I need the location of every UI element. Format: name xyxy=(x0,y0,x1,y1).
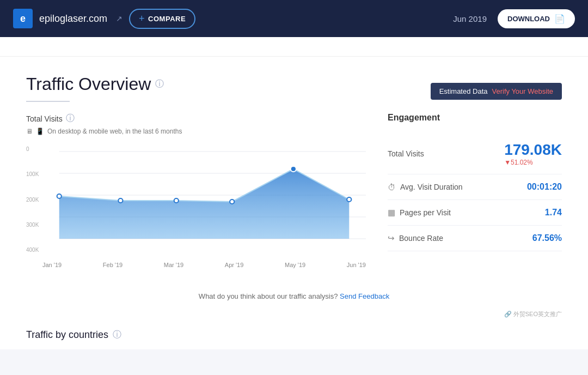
bounce-icon: ↪ xyxy=(388,233,395,243)
bounce-rate-row: ↪ Bounce Rate 67.56% xyxy=(388,226,562,251)
total-visits-values: 179.08K ▼51.02% xyxy=(504,141,562,166)
pages-icon: ▦ xyxy=(388,208,395,217)
chart-x-labels: Jan '19 Feb '19 Mar '19 Apr '19 May '19 … xyxy=(26,262,366,268)
feedback-text: What do you think about our traffic anal… xyxy=(199,292,338,300)
header: e epiloglaser.com ↗ + COMPARE Jun 2019 D… xyxy=(0,0,588,37)
x-label-jan: Jan '19 xyxy=(42,262,62,268)
x-label-may: May '19 xyxy=(285,262,305,268)
traffic-countries-section: Traffic by countries ⓘ xyxy=(0,320,588,349)
svg-point-11 xyxy=(347,197,351,202)
page-title: Traffic Overview ⓘ xyxy=(26,74,164,94)
main-content: Traffic Overview ⓘ Estimated Data Verify… xyxy=(0,57,588,281)
svg-point-10 xyxy=(291,166,296,172)
download-button[interactable]: DOWNLOAD 📄 xyxy=(498,9,575,28)
pages-per-visit-value: 1.74 xyxy=(545,208,562,217)
bounce-rate-label: ↪ Bounce Rate xyxy=(388,233,443,243)
total-visits-value: 179.08K xyxy=(504,141,562,159)
header-right: Jun 2019 DOWNLOAD 📄 xyxy=(453,9,575,28)
total-visits-info-icon[interactable]: ⓘ xyxy=(66,113,75,124)
svg-point-7 xyxy=(118,198,122,203)
desktop-icon: 🖥 xyxy=(26,128,33,135)
compare-button[interactable]: + COMPARE xyxy=(129,9,195,29)
x-label-jun: Jun '19 xyxy=(347,262,366,268)
traffic-overview-info-icon[interactable]: ⓘ xyxy=(155,78,164,90)
total-visits-label: Total Visits ⓘ xyxy=(26,113,366,124)
verify-website-link[interactable]: Verify Your Website xyxy=(492,87,554,95)
y-axis-labels: 400K 300K 200K 100K 0 xyxy=(26,146,39,255)
mobile-icon: 📱 xyxy=(36,128,44,135)
svg-marker-5 xyxy=(59,169,350,239)
title-divider xyxy=(26,101,70,102)
engagement-section: Engagement Total Visits 179.08K ▼51.02% … xyxy=(388,113,562,268)
estimated-label: Estimated Data xyxy=(439,87,488,95)
estimated-data-banner: Estimated Data Verify Your Website xyxy=(431,83,562,100)
avg-visit-duration-value: 00:01:20 xyxy=(527,182,562,192)
traffic-overview-heading: Traffic Overview ⓘ xyxy=(26,74,164,113)
traffic-countries-info-icon[interactable]: ⓘ xyxy=(113,329,121,341)
pages-per-visit-row: ▦ Pages per Visit 1.74 xyxy=(388,200,562,226)
traffic-chart xyxy=(26,146,366,255)
pages-per-visit-label: ▦ Pages per Visit xyxy=(388,208,451,217)
total-visits-metric-label: Total Visits xyxy=(388,149,424,158)
avg-visit-duration-label: ⏱ Avg. Visit Duration xyxy=(388,183,463,192)
date-label: Jun 2019 xyxy=(453,14,487,23)
total-visits-change: ▼51.02% xyxy=(504,159,562,166)
avg-visit-duration-row: ⏱ Avg. Visit Duration 00:01:20 xyxy=(388,174,562,200)
devices-info: 🖥 📱 On desktop & mobile web, in the last… xyxy=(26,128,366,135)
traffic-countries-title: Traffic by countries ⓘ xyxy=(26,329,562,341)
x-label-apr: Apr '19 xyxy=(225,262,244,268)
traffic-overview-row: Total Visits ⓘ 🖥 📱 On desktop & mobile w… xyxy=(26,113,562,268)
total-visits-row: Total Visits 179.08K ▼51.02% xyxy=(388,134,562,174)
header-left: e epiloglaser.com ↗ + COMPARE xyxy=(13,9,195,29)
svg-point-8 xyxy=(174,198,179,203)
feedback-link[interactable]: Send Feedback xyxy=(340,292,389,300)
clock-icon: ⏱ xyxy=(388,183,396,192)
watermark: 🔗 外贸SEO英文推广 xyxy=(0,306,588,320)
bounce-rate-value: 67.56% xyxy=(532,233,562,243)
x-label-mar: Mar '19 xyxy=(164,262,183,268)
external-link-icon[interactable]: ↗ xyxy=(116,14,122,23)
site-logo: e xyxy=(13,9,33,28)
chart-container: 400K 300K 200K 100K 0 xyxy=(26,146,366,255)
site-name: epiloglaser.com xyxy=(39,13,107,25)
feedback-row: What do you think about our traffic anal… xyxy=(0,281,588,306)
x-label-feb: Feb '19 xyxy=(103,262,122,268)
plus-icon: + xyxy=(139,13,145,25)
engagement-title: Engagement xyxy=(388,113,562,123)
svg-point-6 xyxy=(57,194,62,198)
chart-section: Total Visits ⓘ 🖥 📱 On desktop & mobile w… xyxy=(26,113,366,268)
top-strip xyxy=(0,37,588,57)
pdf-icon: 📄 xyxy=(554,14,565,24)
svg-point-9 xyxy=(230,199,234,204)
